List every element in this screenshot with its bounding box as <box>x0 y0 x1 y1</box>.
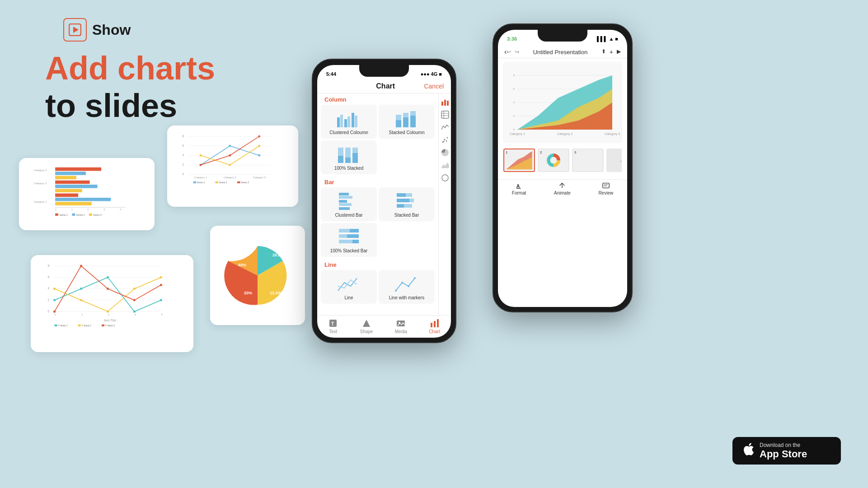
svg-rect-93 <box>102 325 104 326</box>
svg-text:2: 2 <box>47 298 49 302</box>
apple-logo <box>741 442 754 460</box>
thumb-chart-2 <box>539 149 568 171</box>
animate-tool[interactable]: Animate <box>554 181 571 195</box>
sidebar-line-icon[interactable] <box>441 123 449 131</box>
slide-thumb-3[interactable]: 3 <box>572 149 604 172</box>
sidebar-table-icon[interactable] <box>441 111 449 119</box>
signal-left: ●●● 4G ■ <box>421 71 442 77</box>
sidebar-scatter-icon[interactable] <box>441 136 449 144</box>
clustered-column-icon <box>335 108 362 128</box>
sidebar-pie-icon[interactable] <box>441 149 449 157</box>
chart-item-line-markers[interactable]: Line with markers <box>379 270 435 304</box>
clustered-bar-label: Clustered Bar <box>335 213 362 218</box>
svg-point-132 <box>408 285 409 287</box>
headline: Add charts to slides <box>45 50 215 125</box>
chart-item-stacked-bar[interactable]: Stacked Bar <box>379 187 435 221</box>
svg-rect-108 <box>338 148 343 156</box>
phone-body-left: 5:44 ●●● 4G ■ Chart Cancel Column <box>312 59 456 343</box>
chart-item-line[interactable]: Line <box>321 270 377 304</box>
toolbar-text[interactable]: T Text <box>328 318 338 334</box>
phone-body-right: 3:36 ▌▌▌ ▲ ■ ‹ ↩ ↪ Untitled Presentation… <box>493 23 633 312</box>
toolbar-shape-label: Shape <box>360 329 373 334</box>
slide-thumb-2[interactable]: 2 <box>538 149 569 172</box>
pres-add-icon[interactable]: + <box>610 48 613 56</box>
pres-right-actions: ⬆ + ▶ <box>601 48 621 56</box>
chart-item-stacked-column[interactable]: Stacked Coloumn <box>379 105 435 139</box>
svg-point-171 <box>550 157 557 164</box>
svg-text:1: 1 <box>81 313 83 316</box>
format-tool[interactable]: A Format <box>512 181 526 195</box>
cancel-button[interactable]: Cancel <box>424 83 444 90</box>
notch-left <box>359 65 409 77</box>
svg-marker-1 <box>73 27 79 33</box>
slide-thumb-add[interactable]: + <box>606 149 622 172</box>
pres-redo-icon[interactable]: ↪ <box>515 49 519 55</box>
svg-point-43 <box>229 164 231 166</box>
app-store-badge[interactable]: Download on the App Store <box>732 437 841 465</box>
stacked-bar-label: Stacked Bar <box>394 213 419 218</box>
sidebar-circle-icon[interactable] <box>441 174 449 182</box>
section-label-line: Line <box>321 259 435 270</box>
svg-rect-115 <box>339 200 347 203</box>
pres-undo-icon[interactable]: ↩ <box>507 49 511 55</box>
svg-point-85 <box>80 265 82 267</box>
svg-text:Category 3: Category 3 <box>34 169 47 172</box>
review-tool[interactable]: Review <box>598 181 613 195</box>
svg-text:Category 1: Category 1 <box>194 176 207 179</box>
bottom-toolbar-left: T Text Shape Media Chart <box>317 315 451 338</box>
svg-rect-8 <box>55 181 90 184</box>
animate-label: Animate <box>554 191 571 195</box>
svg-point-80 <box>80 299 82 301</box>
svg-rect-11 <box>55 194 78 197</box>
apple-icon <box>741 442 754 457</box>
chart-item-100-stacked[interactable]: 100% Stacked <box>321 140 377 174</box>
svg-point-83 <box>160 276 162 279</box>
toolbar-shape[interactable]: Shape <box>360 318 373 334</box>
svg-rect-101 <box>396 120 401 127</box>
svg-text:0: 0 <box>182 172 184 176</box>
sidebar-area-icon[interactable] <box>441 161 449 169</box>
pres-main-slide[interactable]: Category 1 Category 2 Category 3 0 2 4 6… <box>503 62 622 143</box>
svg-text:4: 4 <box>161 313 163 316</box>
sidebar-bar-chart-icon[interactable] <box>441 98 449 106</box>
svg-rect-153 <box>437 319 439 327</box>
svg-text:13.33%: 13.33% <box>270 291 284 295</box>
svg-rect-102 <box>396 115 401 120</box>
svg-text:Category 2: Category 2 <box>224 176 236 179</box>
svg-rect-105 <box>410 116 416 127</box>
slide-thumb-1[interactable]: 1 <box>503 149 535 172</box>
svg-text:3: 3 <box>103 208 105 211</box>
bar-grid: Clustered Bar <box>321 187 435 221</box>
svg-text:Category 3: Category 3 <box>253 176 266 179</box>
clustered-bar-icon <box>335 191 362 211</box>
chart-item-clustered-bar[interactable]: Clustered Bar <box>321 187 377 221</box>
toolbar-media[interactable]: Media <box>395 318 407 334</box>
svg-point-45 <box>200 164 202 166</box>
chart-item-100-stacked-bar[interactable]: 100% Stacked Bar <box>321 223 377 257</box>
bar-grid2: 100% Stacked Bar <box>321 223 435 257</box>
pres-share-icon[interactable]: ⬆ <box>601 48 606 56</box>
svg-rect-103 <box>403 117 408 127</box>
svg-point-42 <box>200 154 202 157</box>
svg-rect-121 <box>409 199 414 202</box>
headline-line1: Add charts <box>45 50 215 87</box>
svg-text:Category 3: Category 3 <box>605 132 620 136</box>
svg-rect-104 <box>403 113 408 117</box>
chart-picker: Chart Cancel Column <box>317 79 451 338</box>
svg-rect-5 <box>55 167 101 171</box>
toolbar-chart[interactable]: Chart <box>429 318 440 334</box>
svg-rect-89 <box>55 325 57 326</box>
svg-text:8: 8 <box>47 264 49 267</box>
svg-text:Category 2: Category 2 <box>34 182 47 185</box>
notch-right <box>538 30 587 42</box>
svg-point-87 <box>133 299 136 301</box>
main-slide-chart: Category 1 Category 2 Category 3 0 2 4 6… <box>503 62 622 143</box>
svg-rect-113 <box>339 193 349 195</box>
svg-rect-22 <box>72 214 75 216</box>
svg-point-142 <box>444 139 445 140</box>
badge-text: Download on the App Store <box>760 442 807 460</box>
bar-chart-svg: Category 3 Category 2 Category 1 0 1 2 3… <box>19 158 155 230</box>
chart-item-clustered-column[interactable]: Clustered Coloumn <box>321 105 377 139</box>
svg-text:6: 6 <box>182 144 184 147</box>
pres-play-icon[interactable]: ▶ <box>617 48 621 56</box>
